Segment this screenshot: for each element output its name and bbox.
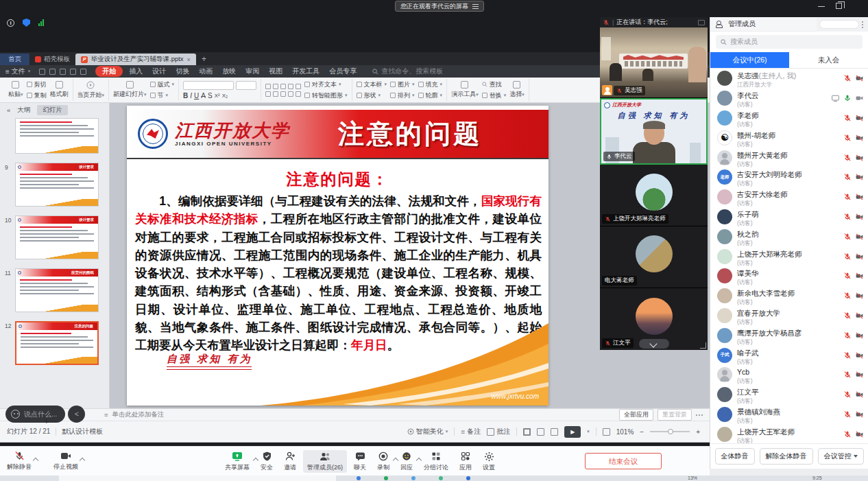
tab-not-joined[interactable]: 未入会	[789, 52, 868, 68]
sidebar-collapse-icon[interactable]: «	[7, 106, 10, 114]
view-reading-icon[interactable]	[551, 428, 558, 436]
participant-row[interactable]: 景德镇刘海燕 (访客)	[710, 405, 868, 425]
font-family-select[interactable]	[183, 81, 234, 90]
taskbar-icon[interactable]	[466, 476, 470, 480]
design-template-label[interactable]: 默认设计模板	[62, 427, 103, 436]
find-button[interactable]: 查找	[482, 80, 507, 89]
select-button[interactable]: 选择▾	[509, 81, 525, 99]
mic-options-caret[interactable]	[33, 458, 38, 463]
participant-row[interactable]: 赣州开大黄老师 (访客)	[710, 148, 868, 167]
invite-button[interactable]: 邀请	[280, 450, 300, 473]
info-icon[interactable]: i	[7, 19, 14, 27]
new-tab-button[interactable]: +	[202, 54, 206, 64]
meeting-control-button[interactable]: 会议管控	[818, 448, 864, 465]
participant-row[interactable]: Ycb (访客)	[710, 365, 868, 385]
participant-row[interactable]: 宜春开放大学 (访客)	[710, 306, 868, 326]
chat-button[interactable]: 聊天	[350, 450, 370, 473]
zoom-slider-knob[interactable]	[668, 429, 673, 434]
strike-button[interactable]: A	[201, 92, 206, 99]
taskbar-icon[interactable]	[384, 476, 388, 480]
menu-item-4[interactable]: 放映	[222, 67, 236, 76]
menu-start-active[interactable]: 开始	[95, 66, 123, 77]
tab-docer[interactable]: 稻壳模板	[29, 54, 75, 65]
zoom-in-button[interactable]: +	[696, 428, 700, 436]
comments-toggle[interactable]: 批注	[487, 427, 510, 436]
collapse-videos-button[interactable]	[639, 339, 669, 349]
picture-button[interactable]: 图片▾	[390, 80, 415, 89]
font-size-select[interactable]	[236, 81, 256, 90]
participant-row[interactable]: 吴志强(主持人, 我) 江西开放大学	[710, 69, 868, 89]
video-tile-jiangwenping[interactable]: 江文平	[600, 288, 708, 350]
menu-item-1[interactable]: 设计	[152, 67, 166, 76]
menu-item-5[interactable]: 审阅	[245, 67, 259, 76]
present-tools-button[interactable]: 演示工具▾	[451, 81, 479, 99]
shadow-button[interactable]: S	[208, 92, 213, 99]
menu-item-6[interactable]: 视图	[269, 67, 282, 76]
subscript-button[interactable]: X₂	[222, 93, 228, 99]
notes-placeholder[interactable]: 单击此处添加备注	[112, 410, 165, 419]
format-painter-button[interactable]: 格式刷	[50, 81, 69, 99]
record-button[interactable]: 录制	[373, 450, 394, 473]
video-options-caret[interactable]	[80, 458, 85, 463]
participant-row[interactable]: 老师 吉安开大刘明玲老师 (访客)	[710, 167, 868, 187]
video-tile-jianglaoshi[interactable]: 电大蒋老师	[600, 226, 708, 288]
video-layout-icon[interactable]	[698, 20, 705, 25]
reactions-button[interactable]: 回应	[396, 450, 417, 473]
participant-row[interactable]: 鹰潭开放大学杨昌彦 (访客)	[710, 325, 868, 345]
end-meeting-button[interactable]: 结束会议	[585, 453, 662, 469]
view-sorter-icon[interactable]	[537, 428, 544, 436]
copy-button[interactable]: 复制	[27, 91, 47, 100]
play-dropdown-icon[interactable]: ▾	[587, 429, 590, 434]
menu-item-0[interactable]: 插入	[129, 67, 143, 76]
manage-members-button[interactable]: 管理成员(26)	[303, 450, 347, 473]
tab-close-icon[interactable]: ×	[187, 56, 191, 63]
apply-all-button[interactable]: 全部应用	[619, 409, 653, 421]
participant-row[interactable]: 李代云 (访客)	[710, 89, 868, 108]
panel-resize-handle[interactable]	[700, 342, 706, 349]
chat-input-bubble[interactable]: 说点什么...	[5, 406, 65, 423]
more-menu-icon[interactable]	[862, 21, 863, 28]
video-tile-wuzhiqiang[interactable]: 吴志强	[600, 27, 708, 98]
play-from-page-button[interactable]: 当页开始▾	[77, 81, 105, 99]
menu-item-8[interactable]: 会员专享	[329, 67, 357, 76]
smart-graphic-button[interactable]: 转智能图形▾	[304, 91, 348, 100]
participant-row[interactable]: 上饶开大王军老师 (访客)	[710, 424, 868, 443]
mute-all-button[interactable]: 全体静音	[715, 448, 755, 465]
participant-row[interactable]: 秋之韵 (访客)	[710, 226, 868, 246]
current-slide[interactable]: 江西开放大学 JIANGXI OPEN UNIVERSITY 注意的问题 注意的…	[127, 106, 548, 406]
unmute-button[interactable]: 解除静音	[7, 450, 32, 471]
fill-button[interactable]: 填充▾	[418, 80, 443, 89]
notes-toggle[interactable]: ≡备注	[461, 427, 481, 436]
slide-thumbnail[interactable]: 9 设计要求	[15, 163, 109, 207]
screen-watch-toast[interactable]: 您正在观看李代云的屏幕	[395, 1, 484, 12]
file-menu[interactable]: ≡文件▾	[5, 67, 30, 76]
chat-collapse-button[interactable]: <	[68, 406, 85, 423]
participant-row[interactable]: 子武 喻子武 (访客)	[710, 345, 868, 365]
outline-button[interactable]: 轮廓▾	[418, 91, 443, 100]
arrange-button[interactable]: 排列▾	[390, 91, 415, 100]
align-icons[interactable]	[265, 91, 301, 97]
layout-button[interactable]: 版式▾	[150, 80, 175, 89]
taskbar-icon[interactable]	[357, 476, 361, 480]
replace-button[interactable]: 替换▾	[482, 91, 507, 100]
reset-background-button[interactable]: 重置背景	[658, 409, 692, 421]
zoom-slider[interactable]	[650, 431, 690, 432]
participant-row[interactable]: 李老师 (访客)	[710, 108, 868, 128]
bold-button[interactable]: B	[183, 92, 188, 99]
tab-outline[interactable]: 大纲	[17, 106, 30, 115]
restore-button[interactable]	[836, 3, 842, 9]
slide-thumbnail[interactable]	[15, 118, 109, 154]
breakout-rooms-button[interactable]: 分组讨论	[420, 450, 453, 473]
minimize-button[interactable]	[818, 6, 825, 7]
tab-slides[interactable]: 幻灯片	[37, 105, 68, 115]
stop-video-button[interactable]: 停止视频	[53, 450, 78, 471]
taskbar-icon[interactable]	[411, 476, 415, 480]
menu-item-3[interactable]: 动画	[199, 67, 213, 76]
slide-thumbnail[interactable]: 12 注意的问题	[15, 321, 109, 365]
slide-thumbnail[interactable]: 11 应交付的图纸	[15, 268, 109, 312]
participant-row[interactable]: 上饶开大郑琳亮老师 (访客)	[710, 246, 868, 266]
fit-window-icon[interactable]	[603, 428, 610, 436]
settings-button[interactable]: 设置	[479, 450, 499, 473]
search-members-input[interactable]: 搜索成员	[716, 35, 863, 49]
more-options-icon[interactable]	[696, 414, 703, 416]
